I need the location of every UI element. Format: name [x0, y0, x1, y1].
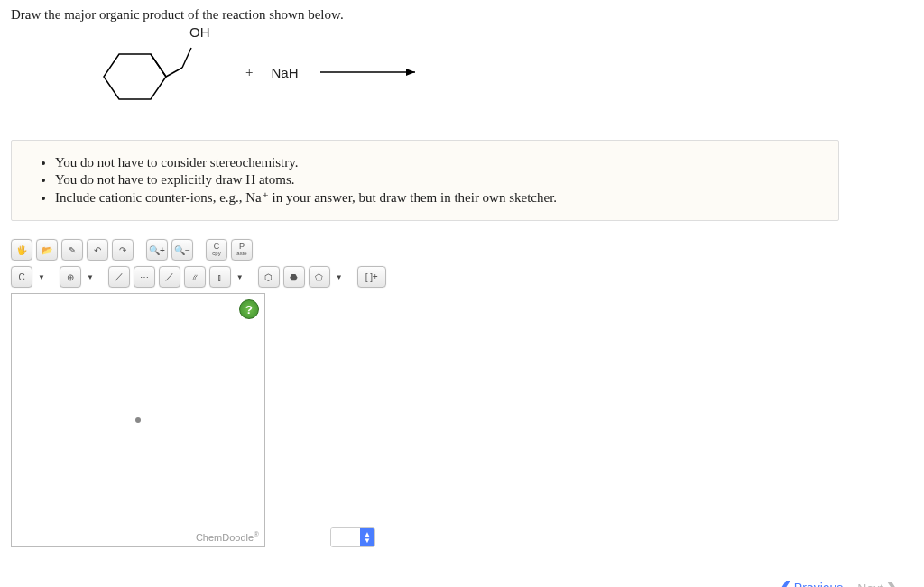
stepper-input[interactable]	[331, 528, 360, 546]
hexagon-icon: ⬡	[264, 272, 273, 282]
benzene-ring-button[interactable]: ⬣	[283, 266, 305, 288]
reagent-label: NaH	[271, 65, 298, 80]
paste-label: P	[239, 243, 245, 250]
pencil-icon: ✎	[69, 245, 76, 255]
reaction-arrow	[316, 63, 424, 81]
canvas-start-dot	[135, 417, 141, 423]
help-button[interactable]: ?	[239, 299, 259, 319]
wedge-bond-button[interactable]: ／	[159, 266, 180, 288]
wedge-icon: ／	[165, 271, 174, 283]
redo-button[interactable]: ↷	[112, 239, 134, 261]
pencil-tool-button[interactable]: ✎	[61, 239, 83, 261]
folder-icon: 📂	[42, 245, 52, 255]
charge-button[interactable]: ⊕	[60, 266, 81, 288]
single-bond-button[interactable]: ／	[108, 266, 130, 288]
paste-button[interactable]: P aste	[231, 239, 253, 261]
bond-icon: ／	[115, 271, 124, 283]
benzene-icon: ⬣	[290, 272, 298, 282]
wavy-bond-button[interactable]: ⫿	[209, 266, 231, 288]
charge-dropdown-caret[interactable]: ▼	[85, 273, 96, 281]
next-button[interactable]: Next ❯	[852, 575, 904, 587]
copy-label: C	[214, 243, 220, 250]
paste-sub: aste	[236, 250, 246, 257]
svg-marker-5	[406, 69, 415, 76]
hand-tool-button[interactable]: 🖐	[11, 239, 32, 261]
sketcher: 🖐 📂 ✎ ↶ ↷ 🔍+ 🔍− C cpy P aste C ▼ ⊕ ▼ ／ ⋯…	[11, 239, 913, 547]
toolbar-bottom: C ▼ ⊕ ▼ ／ ⋯ ／ ⫽ ⫿ ▼ ⬡ ⬣ ⬠ ▼ [ ]±	[11, 266, 913, 288]
ring-dropdown-caret[interactable]: ▼	[334, 273, 345, 281]
starting-material: OH	[92, 32, 173, 113]
svg-marker-0	[104, 54, 166, 99]
zoom-in-icon: 🔍+	[149, 245, 165, 255]
instruction-item: Include cationic counter-ions, e.g., Na⁺…	[55, 189, 822, 206]
chevron-down-icon: ▼	[364, 537, 371, 544]
chevron-right-icon: ❯	[885, 579, 899, 587]
open-tool-button[interactable]: 📂	[36, 239, 58, 261]
previous-label: Previous	[794, 581, 843, 587]
svg-line-3	[182, 48, 191, 68]
element-carbon-button[interactable]: C	[11, 266, 32, 288]
instruction-item: You do not have to consider stereochemis…	[55, 155, 822, 170]
wavy-icon: ⫿	[217, 272, 222, 282]
undo-icon: ↶	[94, 245, 101, 255]
element-dropdown-caret[interactable]: ▼	[36, 273, 47, 281]
hash-icon: ⫽	[190, 272, 199, 282]
question-prompt: Draw the major organic product of the re…	[11, 7, 913, 23]
instruction-item: You do not have to explicitly draw H ato…	[55, 172, 822, 188]
pentagon-ring-button[interactable]: ⬠	[309, 266, 330, 288]
zoom-out-icon: 🔍−	[174, 245, 190, 255]
undo-button[interactable]: ↶	[87, 239, 108, 261]
carbon-label: C	[18, 272, 24, 282]
stepper-arrows[interactable]: ▲ ▼	[360, 528, 374, 546]
toolbar-top: 🖐 📂 ✎ ↶ ↷ 🔍+ 🔍− C cpy P aste	[11, 239, 913, 261]
zoom-out-button[interactable]: 🔍−	[171, 239, 193, 261]
plus-sign: +	[245, 65, 253, 80]
charge-icon: ⊕	[67, 272, 74, 282]
chevron-left-icon: ❮	[779, 578, 792, 587]
next-label: Next	[857, 582, 883, 587]
brackets-icon: [ ]±	[365, 272, 378, 282]
svg-line-1	[151, 54, 166, 77]
sketcher-count-stepper[interactable]: ▲ ▼	[330, 527, 375, 547]
dashed-bond-button[interactable]: ⋯	[134, 266, 155, 288]
bond-dropdown-caret[interactable]: ▼	[235, 273, 245, 281]
reaction-scheme: OH + NaH	[92, 32, 913, 113]
hand-icon: 🖐	[16, 245, 27, 255]
pentagon-icon: ⬠	[315, 272, 323, 282]
nav-footer: ❮ Previous Next ❯	[11, 574, 913, 587]
previous-button[interactable]: ❮ Previous	[773, 574, 848, 587]
brackets-charge-button[interactable]: [ ]±	[357, 266, 386, 288]
drawing-canvas[interactable]: ? ChemDoodle®	[11, 293, 265, 547]
copy-button[interactable]: C cpy	[206, 239, 227, 261]
chemdoodle-brand: ChemDoodle®	[196, 530, 259, 543]
redo-icon: ↷	[119, 245, 126, 255]
hexagon-ring-button[interactable]: ⬡	[258, 266, 280, 288]
zoom-in-button[interactable]: 🔍+	[146, 239, 168, 261]
copy-sub: cpy	[212, 250, 220, 257]
instructions-panel: You do not have to consider stereochemis…	[11, 140, 839, 221]
svg-line-2	[166, 68, 182, 77]
hash-bond-button[interactable]: ⫽	[184, 266, 206, 288]
dash-bond-icon: ⋯	[140, 272, 149, 282]
oh-label: OH	[189, 24, 210, 40]
